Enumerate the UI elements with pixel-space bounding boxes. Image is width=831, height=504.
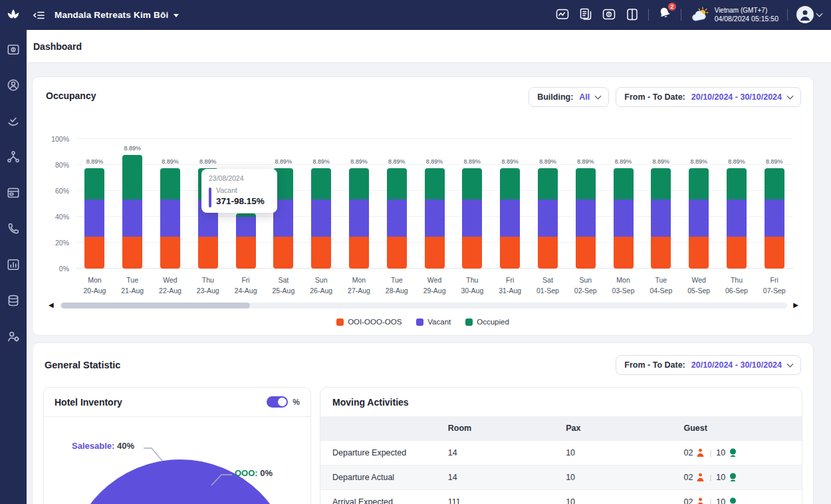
bar-value-label: 8.89%: [350, 158, 368, 165]
scrollbar-track[interactable]: [60, 303, 788, 309]
bar-value-label: 8.89%: [162, 158, 179, 165]
inventory-donut[interactable]: [67, 459, 293, 504]
callout-salesable: Salesable: 40%: [72, 441, 134, 451]
bar-segment: [273, 237, 293, 269]
scrollbar-thumb[interactable]: [61, 303, 251, 309]
bar-segment: [84, 199, 104, 237]
x-axis-label: Fri24-Aug: [235, 275, 257, 297]
stacked-bar[interactable]: [614, 168, 634, 269]
stacked-bar[interactable]: [651, 168, 671, 269]
stacked-bar[interactable]: [462, 168, 482, 269]
guest-child-count: 10: [716, 497, 725, 504]
sidebar-collapse-button[interactable]: [33, 9, 46, 22]
occupancy-date-filter-dropdown[interactable]: From - To Date: 20/10/2024 - 30/10/2024: [616, 87, 801, 107]
general-statistic-title: General Statistic: [45, 360, 120, 370]
x-axis-label: Tue28-Aug: [386, 275, 408, 297]
notifications-button[interactable]: 2: [657, 6, 672, 23]
stacked-bar[interactable]: [500, 168, 520, 269]
general-statistic-date-filter-dropdown[interactable]: From - To Date: 20/10/2024 - 30/10/2024: [616, 355, 801, 375]
stacked-bar[interactable]: [236, 213, 256, 269]
sidebar-item-analytics[interactable]: [6, 257, 21, 272]
divider: [681, 9, 681, 21]
callout-ooo: OOO: 0%: [235, 468, 273, 478]
sidebar-item-phone[interactable]: [6, 221, 21, 236]
bar-segment: [311, 237, 331, 269]
chevron-down-icon: [174, 14, 179, 17]
avatar: [796, 6, 814, 23]
scroll-right-arrow[interactable]: ▶: [793, 302, 798, 309]
hotel-inventory-title: Hotel Inventory: [55, 397, 122, 408]
current-datetime: 04/08/2024 05:15:50: [715, 15, 778, 24]
sidebar-item-housekeeping[interactable]: [6, 114, 21, 128]
timezone-widget[interactable]: Vietnam (GMT+7) 04/08/2024 05:15:50: [690, 6, 778, 24]
x-axis-label: Wed29-Aug: [423, 275, 446, 297]
stacked-bar[interactable]: [425, 168, 445, 269]
callout-ooo-label: OOO:: [235, 468, 258, 478]
stacked-bar[interactable]: [122, 155, 142, 269]
moving-activities-card: Moving Activities Room Pax Guest: [320, 387, 802, 504]
stacked-bar[interactable]: [689, 168, 709, 269]
stacked-bar[interactable]: [765, 168, 784, 269]
user-menu[interactable]: [796, 6, 822, 23]
split-view-icon[interactable]: [625, 7, 640, 22]
stacked-bar[interactable]: [311, 168, 331, 269]
sidebar-item-cash-drawer[interactable]: [6, 42, 21, 57]
bar-segment: [727, 168, 747, 199]
bar-column: 8.89%Sun26-Aug: [302, 139, 340, 269]
stacked-bar[interactable]: [538, 168, 558, 269]
chevron-down-icon: [787, 93, 794, 100]
stacked-bar[interactable]: [349, 168, 369, 269]
weather-sun-cloud-icon: [690, 7, 710, 23]
sidebar-item-user-settings[interactable]: [6, 329, 21, 344]
chevron-down-icon: [816, 11, 823, 17]
property-name: Mandala Retreats Kim Bôi: [55, 10, 168, 20]
x-axis-label: Sun02-Sep: [574, 275, 597, 297]
table-row: Departure Expected 14 10 02 | 10: [320, 441, 802, 465]
bar-segment: [614, 168, 634, 199]
stacked-bar[interactable]: [576, 168, 596, 269]
stacked-bar[interactable]: [387, 168, 407, 269]
bar-segment: [349, 237, 369, 269]
bar-segment: [614, 199, 634, 237]
x-axis-label: Thu30-Aug: [461, 275, 483, 297]
room-value: 14: [436, 441, 554, 465]
percent-toggle[interactable]: [267, 396, 288, 408]
bar-segment: [576, 168, 596, 199]
bar-segment: [160, 168, 180, 199]
bar-segment: [538, 168, 558, 199]
bar-segment: [689, 168, 709, 199]
sidebar-item-connections[interactable]: [6, 150, 21, 164]
property-selector[interactable]: Mandala Retreats Kim Bôi: [55, 10, 179, 20]
bar-segment: [500, 237, 520, 269]
row-label: Arrival Expected: [320, 490, 436, 504]
percent-unit-label: %: [293, 398, 300, 407]
sidebar-item-database[interactable]: [6, 293, 21, 308]
bars-container: 8.89%Mon20-Aug8.89%Tue21-Aug8.89%Wed22-A…: [76, 139, 793, 269]
x-axis-label: Tue21-Aug: [121, 275, 144, 297]
date-filter-label: From - To Date:: [624, 360, 685, 370]
sidebar-item-guest-profile[interactable]: [6, 78, 21, 92]
bar-segment: [84, 237, 104, 269]
legend-item-occupied: Occupied: [465, 318, 509, 326]
stacked-bar[interactable]: [160, 168, 180, 269]
scroll-left-arrow[interactable]: ◀: [49, 302, 54, 309]
bar-segment: [651, 237, 671, 269]
stacked-bar[interactable]: [727, 168, 747, 269]
app-logo[interactable]: [0, 0, 27, 30]
adult-guest-icon: [696, 497, 705, 504]
building-filter-value: All: [579, 92, 590, 102]
chart-scrollbar: ◀ ▶: [49, 302, 798, 309]
sidebar-item-folio[interactable]: [6, 186, 21, 200]
timezone-label: Vietnam (GMT+7): [715, 6, 778, 15]
stacked-bar[interactable]: [84, 168, 104, 269]
bar-segment: [122, 237, 142, 269]
x-axis-label: Mon27-Aug: [348, 275, 370, 297]
documents-icon[interactable]: [578, 7, 593, 22]
cash-register-icon[interactable]: [602, 7, 616, 22]
bar-segment: [576, 199, 596, 237]
occupancy-card: Occupancy Building: All From - To Date: …: [32, 76, 814, 336]
bar-column: 8.89%Fri31-Aug: [491, 139, 529, 269]
legend-label: OOI-OOO-OOS: [348, 318, 402, 326]
building-filter-dropdown[interactable]: Building: All: [529, 87, 609, 107]
activity-chat-icon[interactable]: [555, 7, 570, 22]
